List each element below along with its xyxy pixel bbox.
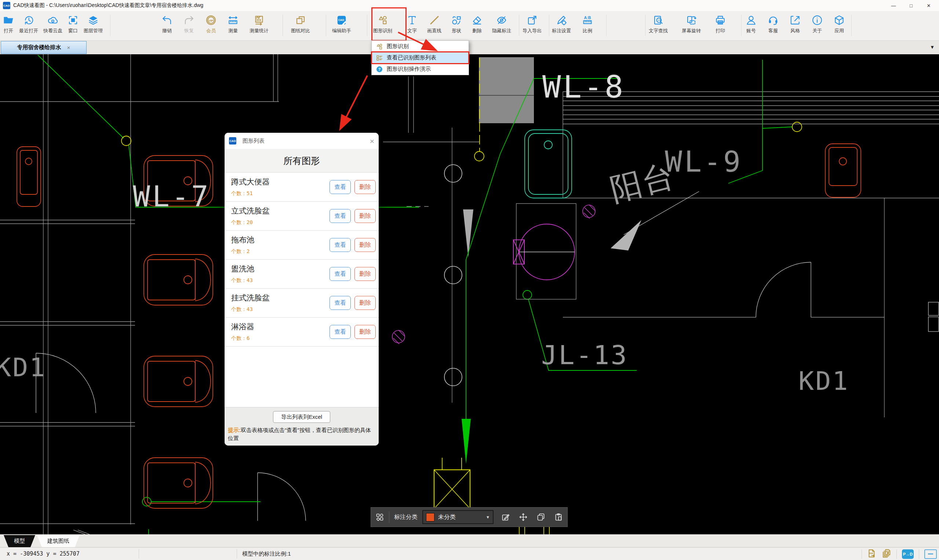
- toolbar-button-style[interactable]: 风格: [789, 14, 801, 34]
- view-button[interactable]: 查看: [330, 296, 351, 310]
- move-icon[interactable]: [519, 513, 528, 522]
- divider: [919, 549, 919, 559]
- shape-list-row[interactable]: 盥洗池个数：43查看删除: [225, 260, 379, 289]
- pdf-export-icon[interactable]: PDF: [867, 549, 877, 559]
- shape-list-row[interactable]: 蹲式大便器个数：51查看删除: [225, 173, 379, 202]
- tab-close-icon[interactable]: ×: [67, 45, 71, 51]
- menu-item-shape-list[interactable]: 查看已识别图形列表: [372, 52, 469, 63]
- toolbar-button-label: 删除: [472, 28, 482, 34]
- cad-canvas[interactable]: WL-7WL-8WL-9阳台JL-13KD1KD1: [0, 54, 939, 534]
- toolbar-button-shape-recognition[interactable]: 图形识别: [373, 14, 392, 34]
- shape-list-row[interactable]: 挂式洗脸盆个数：43查看删除: [225, 289, 379, 318]
- edit-note-icon[interactable]: [501, 513, 510, 522]
- toolbar-button-label: 账号: [746, 28, 756, 34]
- toolbar-button-label: 图层管理: [84, 28, 103, 34]
- toolbar-divider: [549, 15, 549, 36]
- menu-item-help[interactable]: ?图形识别操作演示: [372, 63, 469, 75]
- annotation-classify-label: 标注分类: [394, 514, 418, 521]
- pdf-batch-export-icon[interactable]: PDF: [882, 549, 891, 559]
- view-button[interactable]: 查看: [330, 267, 351, 281]
- grid-icon[interactable]: [375, 513, 384, 522]
- toolbar-button-about[interactable]: 关于: [812, 14, 823, 34]
- toolbar-button-text-tool[interactable]: 文字: [407, 14, 418, 34]
- shape-list-dialog: CAD 图形列表 × 所有图形 蹲式大便器个数：51查看删除立式洗脸盆个数：20…: [225, 133, 379, 446]
- toolbar-button-support[interactable]: 客服: [768, 14, 779, 34]
- copy-icon[interactable]: [537, 513, 545, 522]
- toolbar-button-scale-ratio[interactable]: A:B比例: [582, 14, 593, 34]
- toolbar-button-edit-assistant[interactable]: CAD编辑助手: [332, 14, 351, 34]
- toolbar-button-recent-clock[interactable]: 最近打开: [19, 14, 38, 34]
- minimize-button[interactable]: —: [885, 0, 902, 11]
- apps-icon: [834, 14, 845, 27]
- dialog-close-icon[interactable]: ×: [370, 137, 374, 145]
- delete-button[interactable]: 删除: [355, 325, 376, 339]
- dialog-header: 所有图形: [225, 149, 379, 173]
- view-button[interactable]: 查看: [330, 180, 351, 194]
- toolbar-button-hide-annotation[interactable]: 隐藏标注: [492, 14, 511, 34]
- view-button[interactable]: 查看: [330, 209, 351, 223]
- document-tab-strip: 专用宿舍楼给排水 × ▼: [0, 40, 939, 54]
- toolbar-button-label: 标注设置: [552, 28, 571, 34]
- toolbar-button-cloud-drive[interactable]: 快看云盘: [43, 14, 62, 34]
- cad-label: KD1: [0, 352, 46, 383]
- toolbar-button-import-export[interactable]: 导入导出: [523, 14, 541, 34]
- paste-icon[interactable]: [554, 513, 563, 522]
- toolbar-button-drawing-compare[interactable]: 图纸对比: [291, 14, 310, 34]
- toolbar-button-measure-ruler[interactable]: 测量: [228, 14, 239, 34]
- toolbar-button-account[interactable]: 账号: [746, 14, 757, 34]
- app-icon: CAD: [3, 2, 10, 9]
- sheet-tab-model[interactable]: 模型: [4, 535, 35, 547]
- maximize-button[interactable]: □: [902, 0, 920, 11]
- toolbar-button-annotation-settings[interactable]: 标注设置: [552, 14, 571, 34]
- delete-button[interactable]: 删除: [355, 267, 376, 281]
- toolbar-button-label: 快看云盘: [43, 28, 62, 34]
- toolbar-button-label: 打开: [4, 28, 13, 34]
- view-button[interactable]: 查看: [330, 325, 351, 339]
- toolbar-divider: [326, 15, 326, 36]
- toolbar-button-undo[interactable]: 撤销: [162, 14, 173, 34]
- shape-list-row[interactable]: 立式洗脸盆个数：20查看删除: [225, 202, 379, 231]
- menu-item-label: 查看已识别图形列表: [387, 54, 436, 61]
- window-mode-icon[interactable]: [924, 549, 937, 559]
- toolbar-button-vip[interactable]: VIP会员: [205, 14, 216, 34]
- tab-overflow-icon[interactable]: ▼: [930, 45, 934, 50]
- layer-manage-icon: [88, 14, 99, 27]
- dialog-title: 图形列表: [242, 137, 265, 145]
- toolbar-button-label: 测量: [228, 28, 238, 34]
- toolbar-button-label: 关于: [813, 28, 822, 34]
- delete-button[interactable]: 删除: [355, 238, 376, 252]
- dialog-empty-area: [225, 346, 379, 407]
- sheet-tab-bar: 模型 建筑图纸: [0, 534, 939, 547]
- toolbar-button-label: 形状: [452, 28, 461, 34]
- dialog-footer: 导出列表到Excel 提示:双击表格项或点击“查看”按钮，查看已识别图形的具体位…: [225, 407, 379, 446]
- toolbar-button-redo[interactable]: 恢复: [183, 14, 194, 34]
- toolbar-button-screen-rotate[interactable]: 屏幕旋转: [682, 14, 701, 34]
- toolbar-button-text-search[interactable]: A文字查找: [649, 14, 668, 34]
- delete-button[interactable]: 删除: [355, 180, 376, 194]
- toolbar-button-draw-line[interactable]: 画直线: [427, 14, 441, 34]
- document-tab[interactable]: 专用宿舍楼给排水 ×: [1, 41, 86, 54]
- toolbar-button-shapes-tool[interactable]: 形状: [451, 14, 462, 34]
- category-dropdown[interactable]: 未分类 ▼: [422, 510, 493, 524]
- toolbar-button-print[interactable]: 打印: [715, 14, 726, 34]
- close-button[interactable]: ✕: [920, 0, 937, 11]
- shape-list-row[interactable]: 拖布池个数：2查看删除: [225, 231, 379, 260]
- sheet-tab-drawing[interactable]: 建筑图纸: [37, 535, 80, 547]
- toolbar-button-open-folder[interactable]: 打开: [3, 14, 14, 34]
- export-excel-button[interactable]: 导出列表到Excel: [273, 411, 330, 423]
- delete-button[interactable]: 删除: [355, 296, 376, 310]
- delete-button[interactable]: 删除: [355, 209, 376, 223]
- divider: [237, 549, 237, 558]
- toolbar-button-apps[interactable]: 应用: [834, 14, 845, 34]
- pdf-to-dwg-icon[interactable]: P→D: [902, 549, 914, 559]
- toolbar-group: CAD编辑助手: [332, 14, 351, 34]
- toolbar-button-layer-manage[interactable]: 图层管理: [84, 14, 103, 34]
- toolbar-button-eraser[interactable]: 删除: [472, 14, 483, 34]
- toolbar-button-measure-stats[interactable]: 测量统计: [250, 14, 268, 34]
- toolbar-group: 标注设置A:B比例: [552, 14, 593, 34]
- view-button[interactable]: 查看: [330, 238, 351, 252]
- toolbar-button-window-frame[interactable]: 窗口: [68, 14, 79, 34]
- cad-label: WL-7: [133, 180, 211, 213]
- shape-list-row[interactable]: 淋浴器个数：6查看删除: [225, 318, 379, 346]
- menu-item-shape-recognition[interactable]: 图形识别: [372, 41, 469, 52]
